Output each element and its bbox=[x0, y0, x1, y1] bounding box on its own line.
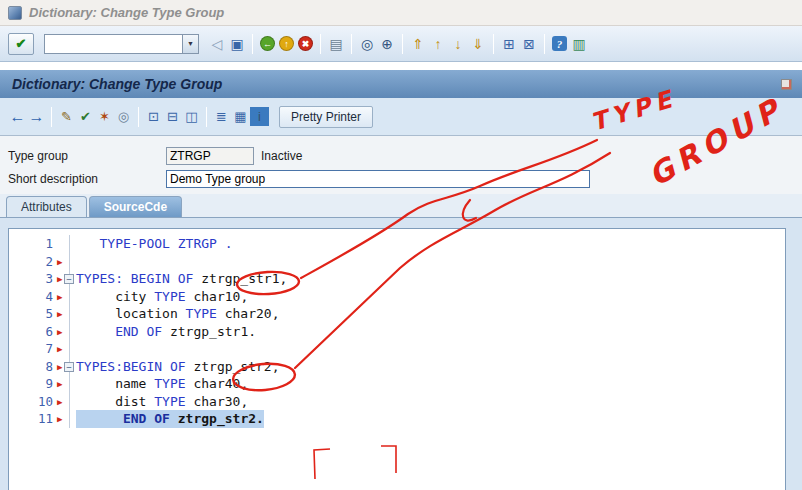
status-text: Inactive bbox=[261, 149, 302, 163]
command-combobox: ▼ bbox=[44, 34, 199, 54]
line-number: 11 bbox=[9, 410, 57, 428]
code-cell: name TYPE char40, bbox=[69, 375, 785, 393]
exit-icon[interactable]: ↑ bbox=[279, 36, 294, 51]
toolbar-separator bbox=[493, 34, 494, 54]
navigation-icon[interactable]: ◫ bbox=[182, 107, 201, 126]
line-marker-icon: ▶ bbox=[57, 305, 69, 323]
type-group-field[interactable] bbox=[166, 147, 254, 165]
line-number: 5 bbox=[9, 305, 57, 323]
editor-line[interactable]: 5▶ location TYPE char20, bbox=[9, 305, 785, 323]
where-used-icon[interactable]: ⊡ bbox=[144, 107, 163, 126]
code-cell: END OF ztrgp_str1. bbox=[69, 323, 785, 341]
back-triangle-icon[interactable]: ◁ bbox=[207, 34, 227, 54]
create-shortcut-icon[interactable]: ⊠ bbox=[519, 34, 539, 54]
line-number: 2 bbox=[9, 253, 57, 271]
editor-line[interactable]: 7▶ bbox=[9, 340, 785, 358]
editor-line[interactable]: 9▶ name TYPE char40, bbox=[9, 375, 785, 393]
command-field[interactable] bbox=[44, 34, 182, 54]
help-icon[interactable]: ? bbox=[552, 36, 567, 51]
hierarchy-icon[interactable]: ≣ bbox=[212, 107, 231, 126]
code-cell: −TYPES: BEGIN OF ztrgp_str1, bbox=[69, 270, 785, 288]
line-number: 9 bbox=[9, 375, 57, 393]
table-settings-icon[interactable]: ▦ bbox=[231, 107, 250, 126]
cancel-icon[interactable]: ✖ bbox=[298, 36, 313, 51]
toolbar-separator bbox=[320, 34, 321, 54]
next-object-icon[interactable]: → bbox=[27, 107, 46, 126]
back-icon[interactable]: ← bbox=[260, 36, 275, 51]
toolbar-separator bbox=[51, 107, 52, 127]
code-cell bbox=[69, 253, 785, 271]
line-number: 6 bbox=[9, 323, 57, 341]
type-group-label: Type group bbox=[8, 149, 166, 163]
window-title: Dictionary: Change Type Group bbox=[29, 5, 224, 20]
toolbar-separator bbox=[351, 34, 352, 54]
editor-line[interactable]: 8▶−TYPES:BEGIN OF ztrgp_str2, bbox=[9, 358, 785, 376]
screen-header: Dictionary: Change Type Group bbox=[0, 70, 802, 98]
editor-line[interactable]: 1 TYPE-POOL ZTRGP . bbox=[9, 235, 785, 253]
activate-icon[interactable]: ✶ bbox=[95, 107, 114, 126]
window-titlebar: Dictionary: Change Type Group bbox=[0, 0, 802, 26]
line-number: 10 bbox=[9, 393, 57, 411]
editor-line[interactable]: 4▶ city TYPE char10, bbox=[9, 288, 785, 306]
find-next-icon[interactable]: ⊕ bbox=[377, 34, 397, 54]
toolbar-separator bbox=[138, 107, 139, 127]
code-text: TYPE-POOL ZTRGP . bbox=[76, 235, 233, 253]
line-number: 1 bbox=[9, 235, 57, 253]
short-description-field[interactable] bbox=[166, 170, 590, 188]
line-number: 7 bbox=[9, 340, 57, 358]
line-number: 3 bbox=[9, 270, 57, 288]
refresh-icon[interactable]: ◎ bbox=[114, 107, 133, 126]
editor-line[interactable]: 10▶ dist TYPE char30, bbox=[9, 393, 785, 411]
application-toolbar: ←→✎✔✶◎⊡⊟◫≣▦i Pretty Printer bbox=[0, 98, 802, 136]
code-text: END OF ztrgp_str2. bbox=[76, 410, 264, 428]
display-change-icon[interactable]: ✎ bbox=[57, 107, 76, 126]
code-text: dist TYPE char30, bbox=[76, 393, 248, 411]
abap-source-editor[interactable]: 1 TYPE-POOL ZTRGP .2▶3▶−TYPES: BEGIN OF … bbox=[8, 228, 786, 490]
tab-strip: AttributesSourceCde bbox=[0, 194, 802, 218]
tab-attributes[interactable]: Attributes bbox=[6, 196, 87, 217]
editor-line[interactable]: 11▶ END OF ztrgp_str2. bbox=[9, 410, 785, 428]
previous-object-icon[interactable]: ← bbox=[8, 107, 27, 126]
editor-line[interactable]: 6▶ END OF ztrgp_str1. bbox=[9, 323, 785, 341]
code-text: name TYPE char40, bbox=[76, 375, 248, 393]
line-marker-icon: ▶ bbox=[57, 375, 69, 393]
enter-icon[interactable]: ✔ bbox=[8, 33, 34, 55]
pretty-printer-button[interactable]: Pretty Printer bbox=[279, 106, 373, 128]
code-cell: dist TYPE char30, bbox=[69, 393, 785, 411]
fold-collapse-icon[interactable]: − bbox=[64, 362, 74, 372]
page-up-icon[interactable]: ↑ bbox=[428, 34, 448, 54]
find-icon[interactable]: ◎ bbox=[357, 34, 377, 54]
tab-sourcecde[interactable]: SourceCde bbox=[89, 196, 182, 217]
layout-menu-icon[interactable]: ▥ bbox=[569, 34, 589, 54]
line-marker-icon: ▶ bbox=[57, 288, 69, 306]
window-control-icon[interactable] bbox=[781, 79, 792, 90]
code-text: END OF ztrgp_str1. bbox=[76, 323, 256, 341]
code-cell: −TYPES:BEGIN OF ztrgp_str2, bbox=[69, 358, 785, 376]
chevron-down-icon[interactable]: ▼ bbox=[182, 34, 199, 54]
code-text: TYPES:BEGIN OF ztrgp_str2, bbox=[76, 358, 280, 376]
standard-toolbar-icons: ◁▣←↑✖▤◎⊕⇑↑↓⇓⊞⊠?▥ bbox=[207, 34, 589, 54]
code-cell: location TYPE char20, bbox=[69, 305, 785, 323]
object-list-icon[interactable]: ⊟ bbox=[163, 107, 182, 126]
last-page-icon[interactable]: ⇓ bbox=[468, 34, 488, 54]
line-marker-icon: ▶ bbox=[57, 340, 69, 358]
line-marker-icon: ▶ bbox=[57, 323, 69, 341]
editor-line[interactable]: 2▶ bbox=[9, 253, 785, 271]
line-marker-icon: ▶ bbox=[57, 393, 69, 411]
screen-title: Dictionary: Change Type Group bbox=[0, 76, 781, 92]
new-session-icon[interactable]: ⊞ bbox=[499, 34, 519, 54]
fold-collapse-icon[interactable]: − bbox=[64, 274, 74, 284]
sap-gui-window: Dictionary: Change Type Group ✔ ▼ ◁▣←↑✖▤… bbox=[0, 0, 802, 490]
first-page-icon[interactable]: ⇑ bbox=[408, 34, 428, 54]
info-icon[interactable]: i bbox=[250, 107, 269, 126]
short-description-label: Short description bbox=[8, 172, 166, 186]
print-icon[interactable]: ▤ bbox=[326, 34, 346, 54]
line-marker-empty bbox=[57, 235, 69, 253]
check-icon[interactable]: ✔ bbox=[76, 107, 95, 126]
editor-line[interactable]: 3▶−TYPES: BEGIN OF ztrgp_str1, bbox=[9, 270, 785, 288]
save-icon[interactable]: ▣ bbox=[227, 34, 247, 54]
type-group-row: Type group Inactive bbox=[8, 145, 802, 167]
page-down-icon[interactable]: ↓ bbox=[448, 34, 468, 54]
toolbar-separator bbox=[544, 34, 545, 54]
source-tab-panel: 1 TYPE-POOL ZTRGP .2▶3▶−TYPES: BEGIN OF … bbox=[0, 218, 802, 490]
